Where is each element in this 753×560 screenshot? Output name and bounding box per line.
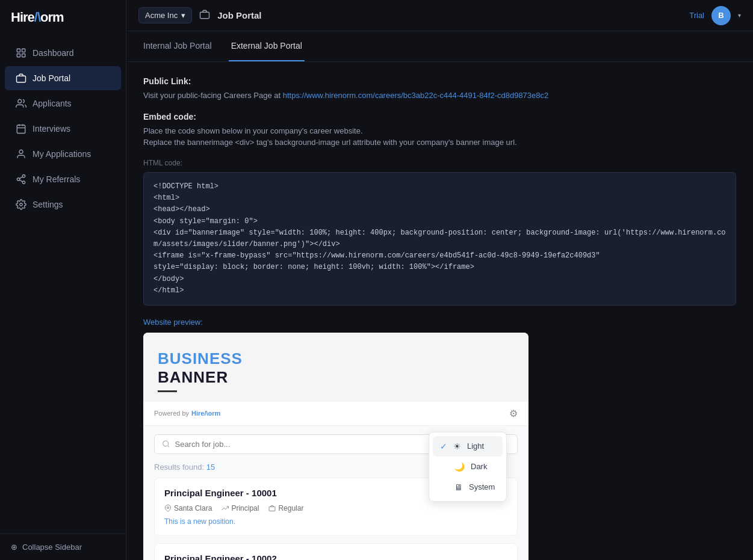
svg-line-15: [19, 177, 22, 179]
job2-title: Principal Engineer - 10002: [164, 553, 507, 560]
svg-line-14: [19, 180, 22, 182]
logo-text: Hire/\orm: [11, 10, 64, 25]
sidebar-item-applicants[interactable]: Applicants: [5, 91, 121, 115]
svg-rect-17: [200, 12, 209, 19]
banner-title-blue: BUSINESS: [158, 349, 514, 368]
public-link-text: Visit your public-facing Careers Page at…: [143, 91, 736, 100]
svg-point-18: [163, 441, 169, 446]
sidebar-item-label: Interviews: [33, 124, 70, 134]
sidebar-item-label: Settings: [33, 200, 63, 209]
svg-rect-6: [17, 125, 25, 134]
public-link-section: Public Link: Visit your public-facing Ca…: [143, 76, 736, 100]
job1-badge: This is a new position.: [164, 517, 507, 526]
sidebar-item-label: Dashboard: [33, 48, 74, 58]
sidebar-item-settings[interactable]: Settings: [5, 192, 121, 217]
sidebar-item-my-applications[interactable]: My Applications: [5, 142, 121, 166]
job-card-2[interactable]: Principal Engineer - 10002: [154, 543, 518, 560]
applicants-icon: [16, 98, 26, 109]
sidebar-item-label: My Referrals: [33, 174, 80, 184]
company-name: Acme Inc: [145, 11, 178, 20]
my-applications-icon: [16, 149, 26, 159]
sidebar-nav: Dashboard Job Portal Applicants Intervie…: [0, 35, 126, 534]
embed-desc-1: Place the code shown below in your compa…: [143, 126, 736, 135]
portal-icon: [199, 9, 210, 22]
theme-label-light: Light: [467, 442, 484, 451]
avatar-button[interactable]: B: [711, 6, 731, 25]
tabs: Internal Job Portal External Job Portal: [126, 31, 753, 62]
sidebar-item-job-portal[interactable]: Job Portal: [5, 66, 121, 90]
interviews-icon: [16, 123, 26, 134]
theme-label-dark: Dark: [471, 462, 487, 471]
public-link-url[interactable]: https://www.hirenorm.com/careers/bc3ab22…: [283, 91, 549, 100]
dark-icon: 🌙: [454, 462, 465, 472]
code-block[interactable]: <!DOCTYPE html> <html> <head></head> <bo…: [143, 172, 736, 306]
sidebar-bottom: ⊕ Collapse Sidebar: [0, 534, 126, 560]
sidebar-item-interviews[interactable]: Interviews: [5, 117, 121, 141]
sidebar-item-label: Job Portal: [33, 73, 70, 83]
type-icon: [268, 505, 276, 512]
preview-topbar: Powered by Hire/\orm ⚙ ✓ ☀: [143, 402, 528, 426]
svg-point-13: [22, 181, 25, 184]
svg-rect-21: [269, 506, 275, 511]
main: Acme Inc ▾ Job Portal Trial B ▾ Internal…: [126, 0, 753, 560]
sidebar-item-my-referrals[interactable]: My Referrals: [5, 167, 121, 191]
preview-container: BUSINESS BANNER Powered by Hire/\orm: [143, 333, 528, 560]
light-icon: ☀: [453, 442, 461, 451]
content-area: Public Link: Visit your public-facing Ca…: [126, 62, 753, 560]
sidebar: Hire/\orm Dashboard Job Portal Applicant…: [0, 0, 126, 560]
topbar: Acme Inc ▾ Job Portal Trial B ▾: [126, 0, 753, 31]
preview-body: Powered by Hire/\orm ⚙ ✓ ☀: [143, 402, 528, 560]
my-referrals-icon: [16, 174, 26, 185]
tab-external[interactable]: External Job Portal: [229, 31, 305, 61]
svg-rect-2: [17, 54, 20, 57]
content: Internal Job Portal External Job Portal …: [126, 31, 753, 560]
html-code-section: HTML code: <!DOCTYPE html> <html> <head>…: [143, 159, 736, 306]
svg-point-20: [167, 506, 169, 508]
theme-label-system: System: [469, 482, 495, 491]
trial-badge: Trial: [689, 11, 704, 20]
sidebar-item-label: Applicants: [33, 99, 72, 108]
theme-option-light[interactable]: ✓ ☀ Light: [433, 436, 503, 457]
svg-point-12: [17, 178, 20, 181]
job-card-2-wrapper: Principal Engineer - 10002: [143, 543, 528, 560]
sidebar-item-dashboard[interactable]: Dashboard: [5, 41, 121, 65]
preview-banner: BUSINESS BANNER: [143, 333, 528, 402]
theme-option-system[interactable]: 🖥 System: [433, 477, 503, 497]
svg-rect-1: [22, 49, 25, 52]
embed-code-section: Embed code: Place the code shown below i…: [143, 112, 736, 147]
job1-meta: Santa Clara Principal Regular: [164, 504, 507, 512]
powered-by: Powered by Hire/\orm: [154, 410, 220, 417]
company-chevron-icon: ▾: [181, 11, 185, 20]
job1-location: Santa Clara: [164, 504, 212, 512]
location-icon: [164, 505, 172, 512]
results-count: 15: [206, 463, 215, 472]
preview-label: Website preview:: [143, 318, 736, 327]
theme-toggle-button[interactable]: ⚙: [509, 408, 518, 419]
search-icon: [162, 440, 170, 448]
embed-code-label: Embed code:: [143, 112, 736, 122]
svg-rect-4: [17, 76, 26, 82]
theme-option-dark[interactable]: 🌙 Dark: [433, 457, 503, 477]
banner-title-dark: BANNER: [158, 368, 514, 387]
embed-desc-2: Replace the bannerimage <div> tag's back…: [143, 138, 736, 147]
svg-point-16: [20, 203, 23, 206]
banner-line: [158, 390, 177, 392]
job1-type: Regular: [268, 504, 303, 512]
collapse-sidebar-button[interactable]: ⊕ Collapse Sidebar: [11, 543, 115, 552]
page-title: Job Portal: [217, 10, 261, 20]
sidebar-item-label: My Applications: [33, 149, 91, 159]
system-icon: 🖥: [454, 482, 463, 492]
company-selector[interactable]: Acme Inc ▾: [138, 7, 192, 23]
level-icon: [222, 505, 229, 512]
svg-point-11: [22, 175, 25, 178]
collapse-sidebar-label: Collapse Sidebar: [22, 543, 82, 552]
svg-rect-3: [22, 54, 25, 57]
html-code-label: HTML code:: [143, 159, 736, 167]
avatar-letter: B: [718, 11, 724, 20]
svg-rect-0: [17, 49, 20, 52]
settings-icon: [16, 199, 26, 210]
job1-level: Principal: [222, 504, 259, 512]
theme-dropdown: ✓ ☀ Light 🌙 Dark: [429, 432, 507, 502]
website-preview-section: Website preview: BUSINESS BANNER Powere: [143, 318, 736, 560]
tab-internal[interactable]: Internal Job Portal: [141, 31, 214, 61]
